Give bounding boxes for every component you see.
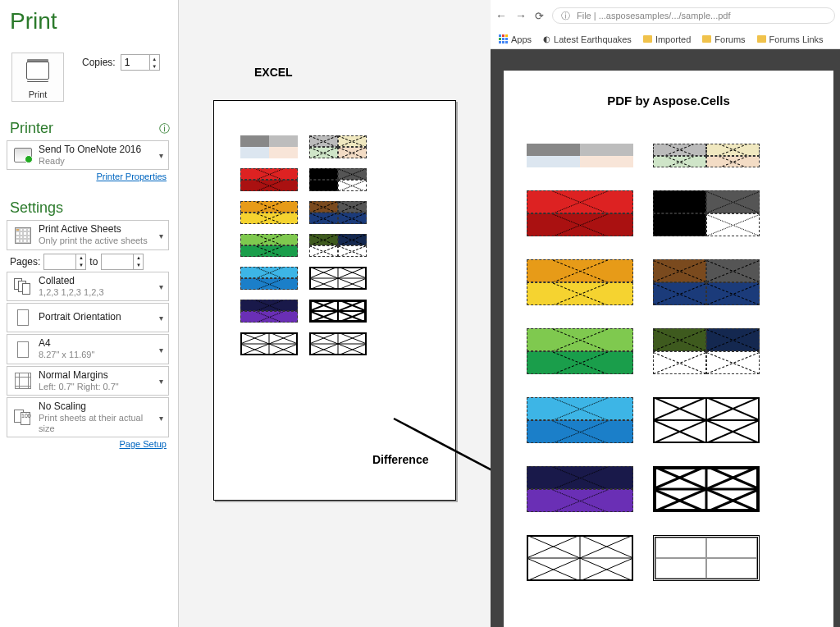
swatch [527, 144, 633, 167]
browser-window: ← → ⟳ ⓘFile | ...asposesamples/.../sampl… [491, 0, 840, 627]
swatch [527, 328, 633, 374]
excel-label: EXCEL [254, 66, 293, 79]
bookmarks-bar: Apps ◐Latest Earthquakes Imported Forums… [491, 30, 840, 49]
swatch [653, 190, 760, 236]
reload-button[interactable]: ⟳ [535, 10, 544, 22]
pdf-viewer-page: PDF by Aspose.Cells [504, 71, 833, 627]
swatch [309, 332, 367, 355]
bookmark-item[interactable]: ◐Latest Earthquakes [543, 34, 632, 44]
swatch [527, 190, 633, 236]
copies-up[interactable]: ▲ [150, 55, 159, 62]
url-bar[interactable]: ⓘFile | ...asposesamples/.../sample...pd… [552, 7, 835, 24]
printer-icon [26, 62, 49, 80]
swatch [240, 300, 298, 323]
info-icon[interactable]: ⓘ [159, 121, 170, 136]
no-scaling-icon: 100 [14, 410, 32, 426]
printer-status-icon [14, 148, 32, 162]
bookmark-item[interactable]: Forums [702, 34, 745, 44]
swatch [240, 135, 298, 158]
swatch [309, 300, 367, 323]
pages-to-stepper[interactable]: ▲▼ [101, 254, 144, 270]
copies-label: Copies: [82, 57, 116, 68]
swatch [240, 168, 298, 191]
preview-page [213, 100, 456, 501]
pages-label: Pages: [10, 256, 40, 268]
copies-down[interactable]: ▼ [150, 62, 159, 70]
portrait-icon [17, 309, 29, 326]
page-setup-link[interactable]: Page Setup [7, 439, 167, 449]
swatch [240, 201, 298, 224]
margins-select[interactable]: Normal MarginsLeft: 0.7" Right: 0.7" [7, 366, 169, 396]
settings-section-head: Settings [10, 199, 171, 217]
back-button[interactable]: ← [495, 9, 507, 22]
swatch [240, 332, 298, 355]
swatch [653, 397, 760, 443]
swatch [527, 466, 633, 512]
collate-icon [14, 278, 32, 295]
browser-toolbar: ← → ⟳ ⓘFile | ...asposesamples/.../sampl… [491, 0, 840, 31]
difference-label: Difference [372, 453, 428, 466]
swatch [309, 234, 367, 257]
copies-input[interactable] [121, 55, 149, 70]
swatch [653, 259, 760, 305]
swatch [309, 168, 367, 191]
page-title: Print [10, 8, 171, 34]
print-what-select[interactable]: Print Active SheetsOnly print the active… [7, 220, 169, 249]
swatch [527, 535, 633, 581]
swatch [240, 234, 298, 257]
collate-select[interactable]: Collated1,2,3 1,2,3 1,2,3 [7, 272, 169, 301]
swatch [527, 259, 633, 305]
bookmark-item[interactable]: Imported [643, 34, 691, 44]
swatch [309, 201, 367, 224]
bookmark-item[interactable]: Forums Links [757, 34, 824, 44]
swatch [240, 267, 298, 290]
printer-select[interactable]: Send To OneNote 2016Ready [7, 140, 169, 170]
swatch [653, 466, 760, 512]
swatch-difference [653, 535, 760, 581]
sheets-icon [15, 227, 31, 244]
swatch [653, 144, 760, 167]
swatch [309, 267, 367, 290]
printer-properties-link[interactable]: Printer Properties [7, 172, 167, 181]
swatch [309, 135, 367, 158]
swatch [527, 397, 633, 443]
pdf-title: PDF by Aspose.Cells [527, 94, 810, 108]
paper-size-select[interactable]: A48.27" x 11.69" [7, 334, 169, 364]
print-preview-area: EXCEL [179, 0, 491, 627]
swatch [653, 328, 760, 374]
forward-button[interactable]: → [515, 9, 527, 22]
printer-section-head: Printer ⓘ [10, 120, 171, 137]
margins-icon [15, 373, 31, 389]
apps-button[interactable]: Apps [499, 34, 532, 44]
scaling-select[interactable]: 100 No ScalingPrint sheets at their actu… [7, 397, 169, 437]
orientation-select[interactable]: Portrait Orientation [7, 303, 169, 332]
page-icon [17, 341, 29, 358]
copies-stepper[interactable]: ▲▼ [121, 54, 160, 71]
pages-from-stepper[interactable]: ▲▼ [43, 254, 86, 270]
print-button[interactable]: Print [11, 53, 64, 102]
print-backstage-panel: Print Print Copies: ▲▼ Printer ⓘ Send To… [0, 0, 179, 627]
